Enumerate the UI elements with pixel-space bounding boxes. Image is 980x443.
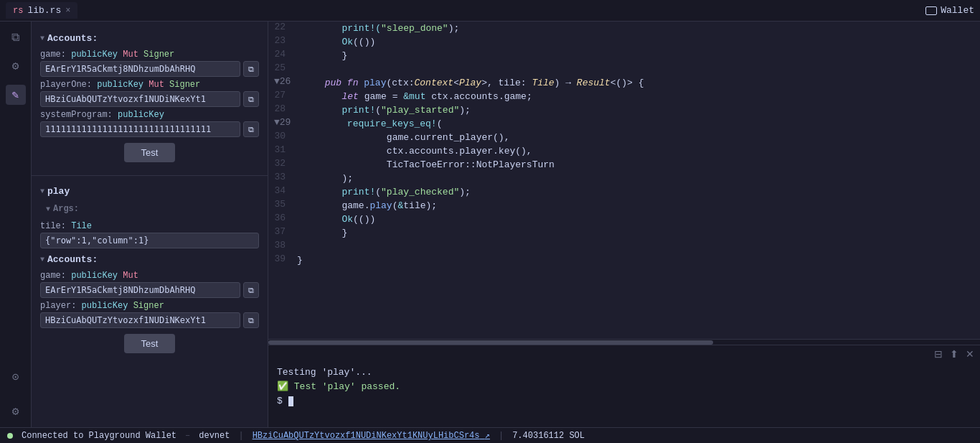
line-content: ); — [297, 172, 353, 185]
punct-token: >, — [481, 78, 498, 88]
var-token: ctx — [392, 78, 408, 88]
github-icon[interactable]: ⊙ — [6, 367, 26, 387]
kw-token: pub — [325, 78, 341, 88]
var-token: game.current_player(), — [364, 132, 510, 143]
macro-token: Ok — [341, 214, 353, 225]
line-content: ctx.accounts.player.key(), — [297, 144, 532, 158]
line-number: 31 — [274, 144, 297, 158]
code-line: 30 game.current_player(), — [268, 131, 980, 144]
chevron-play: ▼ — [40, 187, 44, 195]
accounts-label-2: Accounts: — [47, 254, 98, 265]
indent — [297, 23, 341, 34]
player-copy-btn-2[interactable]: ⧉ — [243, 312, 259, 328]
divider-1 — [32, 175, 268, 176]
line-content: print!("sleep_done"); — [297, 22, 459, 35]
terminal-line-2: ✅ Test 'play' passed. — [277, 380, 971, 394]
test-button-2[interactable]: Test — [124, 334, 176, 353]
game-copy-btn-1[interactable]: ⧉ — [243, 61, 259, 77]
tab-close-btn[interactable]: × — [65, 6, 70, 16]
str-token: "play_started" — [381, 105, 459, 116]
line-number: 34 — [274, 185, 297, 199]
files-icon[interactable]: ⧉ — [6, 27, 26, 47]
fn-name-token: play — [364, 78, 386, 88]
kw-token: let — [341, 91, 358, 102]
pass-check: ✅ — [277, 381, 288, 392]
terminal-panel: ⊟ ⬆ ✕ Testing 'play'... ✅ Test 'play' pa… — [268, 345, 980, 427]
player-input-2[interactable] — [40, 312, 240, 328]
settings-icon-bottom[interactable]: ⚙ — [6, 401, 26, 421]
file-tab-label: lib.rs — [27, 5, 61, 16]
terminal-close-btn[interactable]: ✕ — [964, 347, 976, 361]
player-kw-signer-2: Signer — [133, 301, 164, 311]
system-input[interactable] — [40, 121, 240, 137]
wallet-button[interactable]: Wallet — [925, 5, 974, 16]
line-content: pub fn play(ctx:Context<Play>, tile: Til… — [302, 76, 644, 90]
balance-text: 7.40316112 SOL — [512, 431, 585, 441]
code-editor[interactable]: 22 print!("sleep_done");23 Ok(())24 }25▼… — [268, 22, 980, 339]
code-line: 36 Ok(()) — [268, 213, 980, 226]
line-content: } — [297, 253, 303, 267]
edit-icon[interactable]: ✎ — [6, 85, 26, 105]
player-one-copy-btn[interactable]: ⧉ — [243, 91, 259, 107]
macro-token: require_keys_eq! — [347, 118, 437, 129]
player-one-field: playerOne: publicKey Mut Signer ⧉ — [40, 80, 259, 107]
player-one-kw-mut: Mut — [149, 80, 164, 90]
term-prompt: $ — [277, 396, 283, 406]
tile-input[interactable] — [40, 233, 259, 248]
settings-icon-top[interactable]: ⚙ — [6, 56, 26, 76]
code-line: 35 game.play(&tile); — [268, 199, 980, 213]
game-input-2[interactable] — [40, 282, 240, 298]
line-number: 30 — [274, 131, 297, 144]
code-line: 25 — [268, 62, 980, 76]
code-line: 24 } — [268, 49, 980, 62]
accounts-header-1: ▼ Accounts: — [40, 30, 259, 47]
code-line: ▼26 pub fn play(ctx:Context<Play>, tile:… — [268, 76, 980, 90]
left-panel: ▼ Accounts: game: publicKey Mut Signer ⧉… — [32, 22, 268, 427]
status-bar: Connected to Playground Wallet – devnet … — [0, 427, 980, 443]
accounts-header-2: ▼ Accounts: — [40, 251, 259, 268]
line-number: 33 — [274, 172, 297, 185]
game-field-1: game: publicKey Mut Signer ⧉ — [40, 50, 259, 77]
game-kw-public-2: publicKey — [71, 271, 118, 281]
var-token: TicTacToeError::NotPlayersTurn — [364, 159, 555, 170]
punct-token: ) → — [555, 78, 577, 88]
game-input-1[interactable] — [40, 61, 240, 77]
status-sep-3: | — [499, 431, 504, 441]
code-line: 28 print!("play_started"); — [268, 103, 980, 117]
code-line: 23 Ok(()) — [268, 35, 980, 49]
code-line: 31 ctx.accounts.player.key(), — [268, 144, 980, 158]
wallet-icon — [925, 6, 937, 15]
editor-area: 22 print!("sleep_done");23 Ok(())24 }25▼… — [268, 22, 980, 427]
indent — [297, 187, 341, 197]
code-line: 37 } — [268, 226, 980, 240]
player-one-input[interactable] — [40, 91, 240, 107]
code-line: 33 ); — [268, 172, 980, 185]
file-tab-icon: rs — [13, 6, 23, 16]
punct-token: ); — [459, 187, 471, 197]
line-number: ▼29 — [274, 117, 302, 131]
indent — [297, 173, 341, 184]
tile-type: Tile — [71, 221, 92, 231]
line-number: 22 — [274, 22, 297, 35]
system-copy-btn[interactable]: ⧉ — [243, 121, 259, 137]
terminal-layout-btn[interactable]: ⊟ — [933, 347, 944, 361]
line-number: 24 — [274, 49, 297, 62]
connection-dot — [7, 433, 13, 439]
var-token: tile — [499, 78, 521, 88]
punct-token: : — [409, 78, 415, 88]
term-cursor — [288, 396, 293, 406]
indent — [297, 37, 341, 47]
terminal-expand-btn[interactable]: ⬆ — [948, 347, 960, 361]
test-button-1[interactable]: Test — [124, 143, 176, 162]
punct-token: } — [319, 50, 347, 61]
game-kw-signer-1: Signer — [143, 50, 174, 60]
var-token — [341, 78, 347, 88]
address-link[interactable]: HBziCuAbQUTzYtvozxf1NUDiNKexYt1KNUyLHibC… — [253, 430, 490, 441]
game-copy-btn-2[interactable]: ⧉ — [243, 282, 259, 298]
punct-token: (()) — [353, 37, 375, 47]
system-program-field: systemProgram: publicKey ⧉ — [40, 110, 259, 137]
h-scrollbar[interactable] — [268, 339, 980, 345]
file-tab[interactable]: rs lib.rs × — [6, 2, 77, 19]
line-content: Ok(()) — [297, 213, 375, 226]
chevron-accounts-1: ▼ — [40, 34, 44, 42]
